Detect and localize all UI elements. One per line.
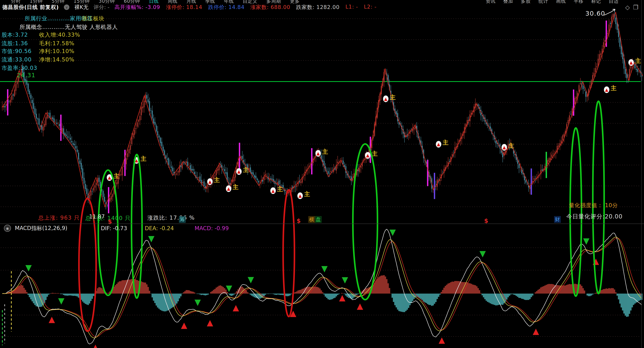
tools-menu: 资讯叠加多股统计画线平移标记自适 <box>486 0 618 4</box>
main-force-marker: ▲主 <box>298 190 310 199</box>
main-force-marker: ▲主 <box>383 94 396 102</box>
buy-arrow: ▲ <box>49 315 55 324</box>
title-bar: 德昌股份(日线 前复权) ∨ 裸K无 评分: - 高开涨幅%: -3.09涨停价… <box>2 3 376 11</box>
diamond-icon[interactable]: ◇ <box>625 4 630 11</box>
level-price-label: 24.31 <box>17 72 36 79</box>
menu-item-多股[interactable]: 多股 <box>521 0 531 4</box>
sell-arrow: ▼ <box>26 263 32 272</box>
svg-text:▲: ▲ <box>237 169 240 174</box>
menu-item-叠加[interactable]: 叠加 <box>503 0 513 4</box>
macd-indicator-name[interactable]: MACD指标(12,26,9) <box>15 224 101 232</box>
low-price-label: 11.87 <box>89 213 105 220</box>
quote-stat-跌家数: 跌家数: 1282.00 <box>296 4 340 11</box>
main-force-marker: ▲主 <box>226 183 238 192</box>
main-force-marker: ▲主 <box>436 139 448 148</box>
updown-ratio-label: 涨跌比: 17.96 % <box>148 214 195 222</box>
quote-stat-L1: L1: - <box>346 4 358 11</box>
svg-text:▲: ▲ <box>366 153 370 158</box>
svg-text:▲: ▲ <box>437 142 440 147</box>
signal-bar-purple <box>531 169 532 195</box>
signal-badge-3: 横 <box>308 216 315 223</box>
stat-股本: 股本:3.72 <box>2 31 28 39</box>
svg-text:主: 主 <box>140 155 146 162</box>
candlestick-macd-chart[interactable]: ▲主▲主▲主▲主▲主▲主▲主▲主▲主▲主▲主▲主▲主▲主▼▲▼▲▼▲▼▲▼▲▼▲… <box>0 0 644 348</box>
buy-arrow: ▲ <box>181 320 188 330</box>
svg-text:▲: ▲ <box>208 179 212 184</box>
svg-text:主: 主 <box>232 183 238 190</box>
svg-text:▲: ▲ <box>316 151 320 156</box>
menu-item-统计[interactable]: 统计 <box>538 0 548 4</box>
sell-arrow: ▼ <box>226 283 232 293</box>
buy-arrow: ▲ <box>92 342 99 348</box>
quant-strength-label: 量化强度值： 10分 <box>569 202 618 209</box>
stock-title[interactable]: 德昌股份(日线 前复权) <box>2 4 59 11</box>
quant-score-label: 今日量化评分:20.00 <box>566 213 622 221</box>
menu-item-资讯[interactable]: 资讯 <box>486 0 496 4</box>
signal-bar-magenta <box>427 160 428 186</box>
buy-arrow: ▲ <box>533 326 539 336</box>
quote-stat-跌停价: 跌停价: 14.84 <box>208 4 244 11</box>
svg-text:▲: ▲ <box>502 145 506 150</box>
stat-流通: 流通:33.00 <box>2 56 32 63</box>
svg-text:主: 主 <box>277 186 283 192</box>
signal-bar-magenta <box>124 150 126 176</box>
chevron-down-icon[interactable]: ∨ <box>64 4 69 10</box>
svg-text:主: 主 <box>508 142 514 149</box>
stat-净利: 净利:10.10% <box>39 48 74 55</box>
right-scroll-divider[interactable] <box>641 0 642 348</box>
macd-macd-value: MACD: -0.99 <box>194 225 229 232</box>
svg-text:▲: ▲ <box>298 193 302 198</box>
stat-市值: 市值:90.56 <box>2 48 32 55</box>
signal-badge-6: 财 <box>554 216 561 223</box>
macd-header: ◉ MACD指标(12,26,9) DIF: -0.73 DEA: -0.24 … <box>4 224 229 232</box>
sell-arrow: ▼ <box>390 227 396 237</box>
sell-arrow: ▼ <box>480 249 486 258</box>
window-icon[interactable]: ❐ <box>633 4 638 11</box>
sell-arrow: ▼ <box>58 296 65 306</box>
signal-bar-magenta <box>60 115 62 141</box>
score-label: 评分: - <box>94 4 110 11</box>
sell-arrow: ▼ <box>583 236 590 246</box>
macd-dea-value: DEA: -0.24 <box>145 225 194 232</box>
menu-item-标记[interactable]: 标记 <box>591 0 601 4</box>
sell-arrow: ▼ <box>194 297 201 307</box>
stat-市盈率: 市盈率:30.03 <box>2 64 37 72</box>
stat-净增: 净增:14.50% <box>39 56 74 63</box>
svg-text:▲: ▲ <box>227 186 230 191</box>
signal-badge-1: 筹 <box>179 216 186 223</box>
buy-arrow: ▲ <box>207 318 213 327</box>
signal-badge-5: $ <box>484 217 488 224</box>
sell-arrow: ▼ <box>248 275 254 284</box>
signal-bar-magenta <box>108 187 109 213</box>
sell-arrow: ▼ <box>321 264 328 273</box>
svg-text:主: 主 <box>390 94 396 101</box>
macd-panel-divider <box>0 223 644 224</box>
svg-text:主: 主 <box>442 139 448 146</box>
indicator-dropdown-icon[interactable]: ◉ <box>4 225 11 232</box>
svg-text:▲: ▲ <box>384 97 388 101</box>
high-price-label: 30.60 <box>586 10 605 17</box>
stat-收入增: 收入增:40.33% <box>39 31 80 39</box>
concept-line[interactable]: 所属概念…………无人驾驶 人形机器人 <box>20 23 118 31</box>
quote-stat-L2: L2: - <box>364 4 377 11</box>
main-force-marker: ▲主 <box>604 85 617 93</box>
quote-stat-高开涨幅%: 高开涨幅%: -3.09 <box>114 4 160 11</box>
menu-item-画线[interactable]: 画线 <box>556 0 566 4</box>
quote-stats: 高开涨幅%: -3.09涨停价: 18.14跌停价: 14.84涨家数: 688… <box>114 4 376 11</box>
naked-k-toggle[interactable]: 裸K无 <box>74 4 88 11</box>
main-force-marker: ▲主 <box>270 186 283 194</box>
menu-item-平移[interactable]: 平移 <box>574 0 584 4</box>
signal-bar-green <box>546 152 547 178</box>
svg-text:▲: ▲ <box>630 60 633 65</box>
svg-text:主: 主 <box>243 167 249 173</box>
stat-毛利: 毛利:17.58% <box>39 40 74 47</box>
macd-dif-value: DIF: -0.73 <box>101 225 145 232</box>
menu-item-自适[interactable]: 自适 <box>609 0 618 4</box>
svg-text:▲: ▲ <box>605 87 608 92</box>
buy-arrow: ▲ <box>357 301 363 311</box>
candles <box>2 11 642 209</box>
svg-text:▲: ▲ <box>272 188 275 193</box>
svg-text:主: 主 <box>322 148 328 155</box>
board-label[interactable]: 浙江板块 <box>82 15 104 22</box>
sell-arrow: ▼ <box>148 234 154 243</box>
